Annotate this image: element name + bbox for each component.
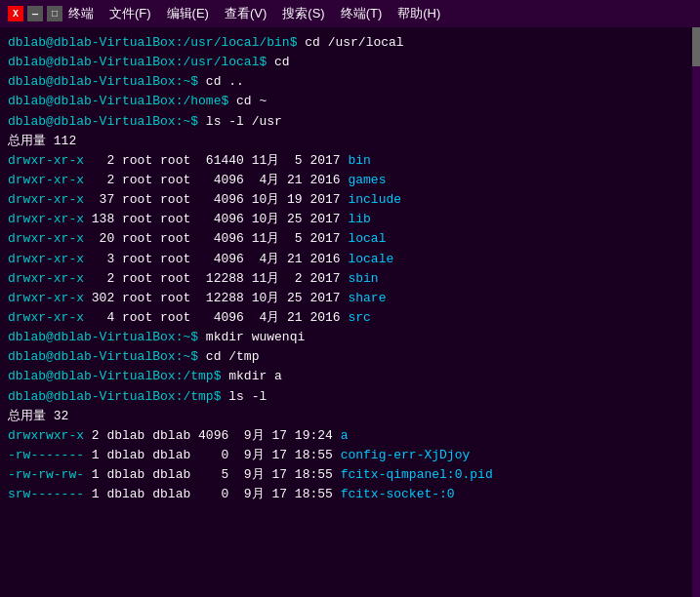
menu-file[interactable]: 文件(F)	[109, 5, 151, 22]
terminal-line: dblab@dblab-VirtualBox:/home$ cd ~	[8, 92, 692, 111]
terminal-line: drwxr-xr-x 37 root root 4096 10月 19 2017…	[8, 190, 692, 210]
terminal-line: 总用量 32	[8, 407, 692, 426]
menu-terminal2[interactable]: 终端(T)	[341, 5, 383, 22]
terminal-line: -rw-rw-rw- 1 dblab dblab 5 9月 17 18:55 f…	[8, 465, 692, 485]
terminal-line: dblab@dblab-VirtualBox:~$ ls -l /usr	[8, 112, 692, 132]
terminal-line: dblab@dblab-VirtualBox:~$ mkdir wuwenqi	[8, 328, 692, 347]
window-controls[interactable]: X — □	[8, 6, 62, 21]
terminal-line: drwxr-xr-x 302 root root 12288 10月 25 20…	[8, 289, 692, 308]
scrollbar-thumb[interactable]	[692, 27, 700, 66]
terminal-line: drwxr-xr-x 138 root root 4096 10月 25 201…	[8, 210, 692, 229]
maximize-button[interactable]: □	[47, 6, 62, 21]
terminal-line: dblab@dblab-VirtualBox:/tmp$ ls -l	[8, 387, 692, 407]
menu-bar: 终端 文件(F) 编辑(E) 查看(V) 搜索(S) 终端(T) 帮助(H)	[68, 5, 440, 22]
menu-help[interactable]: 帮助(H)	[397, 5, 440, 22]
terminal-body[interactable]: dblab@dblab-VirtualBox:/usr/local/bin$ c…	[0, 27, 700, 597]
menu-edit[interactable]: 编辑(E)	[167, 5, 209, 22]
menu-view[interactable]: 查看(V)	[225, 5, 267, 22]
terminal-line: drwxr-xr-x 2 root root 4096 4月 21 2016 g…	[8, 171, 692, 190]
scrollbar[interactable]	[692, 27, 700, 597]
terminal-line: drwxr-xr-x 3 root root 4096 4月 21 2016 l…	[8, 250, 692, 269]
terminal-line: 总用量 112	[8, 132, 692, 151]
titlebar: X — □ 终端 文件(F) 编辑(E) 查看(V) 搜索(S) 终端(T) 帮…	[0, 0, 700, 27]
terminal-line: drwxr-xr-x 20 root root 4096 11月 5 2017 …	[8, 229, 692, 249]
terminal-line: dblab@dblab-VirtualBox:~$ cd /tmp	[8, 347, 692, 367]
menu-terminal[interactable]: 终端	[68, 5, 94, 22]
terminal-line: dblab@dblab-VirtualBox:~$ cd ..	[8, 72, 692, 92]
terminal-line: drwxrwxr-x 2 dblab dblab 4096 9月 17 19:2…	[8, 426, 692, 446]
close-button[interactable]: X	[8, 6, 23, 21]
terminal-line: dblab@dblab-VirtualBox:/tmp$ mkdir a	[8, 367, 692, 386]
terminal-line: srw------- 1 dblab dblab 0 9月 17 18:55 f…	[8, 485, 692, 504]
terminal-line: drwxr-xr-x 2 root root 61440 11月 5 2017 …	[8, 151, 692, 171]
menu-search[interactable]: 搜索(S)	[282, 5, 324, 22]
minimize-button[interactable]: —	[27, 6, 43, 21]
terminal-line: drwxr-xr-x 4 root root 4096 4月 21 2016 s…	[8, 308, 692, 328]
terminal-line: drwxr-xr-x 2 root root 12288 11月 2 2017 …	[8, 269, 692, 289]
terminal-line: dblab@dblab-VirtualBox:/usr/local/bin$ c…	[8, 33, 692, 53]
terminal-line: dblab@dblab-VirtualBox:/usr/local$ cd	[8, 53, 692, 72]
terminal-line: -rw------- 1 dblab dblab 0 9月 17 18:55 c…	[8, 446, 692, 465]
